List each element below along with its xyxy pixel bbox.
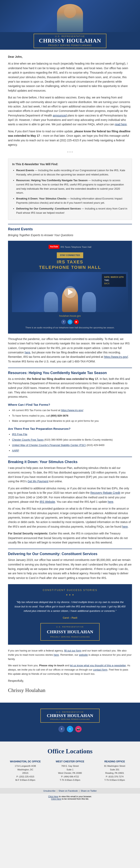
unsubscribe-link[interactable]: Unsubscribe (43, 789, 56, 792)
constituent-intro: Since January 2019, our office has saved… (8, 558, 132, 580)
office-dc-phone: P: (202) 225-4315 (4, 775, 46, 779)
faq-link[interactable]: read here (115, 123, 127, 126)
townhall-website[interactable]: houlahan.house.gov (12, 314, 128, 318)
person-1 (44, 292, 58, 312)
want-to-hear: We want to hear from you. Please stay in… (8, 663, 132, 676)
townhall-date: DATE: MARCH 12TH (104, 276, 124, 279)
office-wc-addr1: 769 E. Gay Street (48, 764, 91, 768)
find-forms-item-3: Make arrangements with your local librar… (12, 419, 132, 423)
stimulus-p3: As of now, the IRS has not provided guid… (8, 506, 132, 529)
office-dc-addr2: Washington, DC (4, 768, 46, 772)
enewsletter-list: Recent Events — Including the audio reco… (12, 168, 128, 215)
health-link[interactable]: announced (53, 114, 67, 117)
office-reading-addr1: 81 Washington Street (94, 764, 136, 768)
free-prep-item-4: AARP (12, 448, 132, 453)
aarp-link[interactable]: AARP (12, 449, 19, 452)
offices-section: Office Locations WASHINGTON, DC OFFICE 1… (0, 742, 140, 788)
paragraph-1: At a time when we are balancing so much … (8, 61, 132, 93)
irs-gov-link[interactable]: https://www.irs.gov/ (61, 409, 83, 412)
irs-free-file-link[interactable]: IRS Free File (12, 433, 27, 436)
townhall-twitter-icon[interactable]: t (68, 319, 72, 324)
office-reading-phone: P: (610) 376-7274 (94, 775, 136, 779)
instagram-icon[interactable]: 📷 (75, 726, 81, 732)
resources-title: Resources: Helping You Confidently Navig… (8, 370, 132, 376)
enewsletter-item-3: Breaking it Down: Your Stimulus Checks —… (16, 197, 128, 205)
main-content: Dear John, At a time when we are balanci… (0, 50, 140, 703)
remove-from-list-text: to be removed from this list. (62, 798, 89, 800)
footer-main-rep-badge: U.S. REPRESENTATIVE CHRISSY HOULAHAN PRO… (40, 709, 100, 723)
townhall-youtube-icon[interactable]: ▶ (74, 319, 79, 324)
office-wc-name: WEST CHESTER OFFICE (48, 760, 91, 764)
townhall-box: YouTube IRS Taxes Telephone Town Hall ST… (8, 241, 132, 334)
contact-form-link[interactable]: contact form (93, 668, 107, 671)
townhall-social-icons: f t ▶ (12, 319, 128, 324)
facebook-icon[interactable]: f (59, 726, 65, 732)
share-twitter-link[interactable]: Share on Twitter (81, 789, 97, 792)
play-triangle-icon (68, 289, 73, 295)
free-prep-item-2: Chester County Free Taxes (610) 380-9099… (12, 438, 132, 442)
united-way-link[interactable]: United Way of Chester County's Financial… (12, 444, 86, 446)
signature-name: Chrissy Houlahan (8, 686, 132, 694)
fill-out-form-link[interactable]: fill out our form (64, 649, 81, 652)
footer-main-us-rep: U.S. REPRESENTATIVE (47, 711, 93, 713)
constituent-title: Delivering for Our Community: Constituen… (8, 551, 132, 557)
paragraph-3: Now, if you don't have time to read our … (8, 129, 132, 147)
play-button[interactable] (64, 286, 76, 298)
enewsletter-item-4-bold: Delivering for Our Community: Constituen… (16, 207, 81, 210)
townhall-image-area[interactable]: DATE: MARCH 12TH TIME: BACK (12, 272, 128, 312)
offices-title: Office Locations (4, 747, 136, 755)
youtube-badge: YouTube (48, 245, 59, 249)
header-image (0, 0, 140, 32)
irs-forms-link[interactable]: https://www.irs.gov/ (104, 355, 128, 359)
townhall-text: Throughout the pandemic, our office has … (8, 337, 132, 364)
website-link[interactable]: website (79, 653, 88, 656)
get-my-payment-link[interactable]: Get My Payment (28, 480, 48, 483)
office-dc-name: WASHINGTON, DC OFFICE (4, 760, 46, 764)
office-reading-hours: T-Th 9:00am-5:00pm (94, 778, 136, 782)
resources-divider (8, 368, 132, 368)
success-attribution: Carol – Paoli (14, 616, 126, 620)
office-wc-addr3: West Chester, PA 19380 (48, 771, 91, 775)
recovery-rebate-link[interactable]: Recovery Rebate Credit (91, 491, 120, 494)
enewsletter-item-1-bold: Recent Events (16, 169, 34, 172)
name-badge: U.S. REPRESENTATIVE CHRISSY HOULAHAN PRO… (0, 32, 140, 50)
recent-events-title: Recent Events (8, 226, 132, 232)
view-in-browser-link[interactable]: Click Here (48, 795, 59, 798)
stimulus-divider (8, 457, 132, 457)
success-box-subtitle: ★ ★ ★ (14, 593, 126, 597)
enewsletter-item-2: Resources: Helping You Confidently Navig… (16, 178, 128, 195)
chester-county-free-taxes-link[interactable]: Chester County Free Taxes (12, 438, 44, 441)
town-hall-recording-link[interactable]: here (25, 351, 30, 354)
closing-label: Respectfully, (8, 679, 132, 683)
twitter-icon[interactable]: t (67, 726, 73, 732)
success-box-title: CONSTITUENT SUCCESS STORIES (14, 588, 126, 592)
offices-grid: WASHINGTON, DC OFFICE 1714 Longworth HOB… (4, 760, 136, 782)
stimulus-p2: If you are entitled to additional stimul… (8, 486, 132, 504)
free-prep-item-1: IRS Free File (12, 432, 132, 437)
office-reading-addr3: Reading, PA 19601 (94, 771, 136, 775)
office-wc-phone: P: (484) 696-4722 (48, 775, 91, 779)
share-facebook-link[interactable]: Share on Facebook (59, 789, 78, 792)
rep-subtitle: PROUDLY SERVING PENNSYLVANIANS (39, 44, 101, 46)
bottom-links: Click Here to view this email in your br… (0, 794, 140, 802)
remove-from-list-link[interactable]: Click Here (51, 798, 61, 800)
irs-april-link[interactable]: here (108, 500, 113, 503)
rep-name: CHRISSY HOULAHAN (39, 37, 101, 44)
success-stories-link[interactable]: here (54, 653, 59, 656)
find-forms-item-2: To have forms mailed to you, call (800) … (12, 414, 132, 418)
social-row: f t 📷 (4, 726, 136, 732)
footer-main-serving: PROUDLY SERVING PENNSYLVANIANS (47, 718, 93, 720)
office-dc-addr3: 20515 (4, 771, 46, 775)
signature-area: Chrissy Houlahan (8, 686, 132, 694)
enewsletter-feedback-link[interactable]: let us know what you thought of this e-n… (70, 664, 126, 667)
townhall-facebook-icon[interactable]: f (61, 319, 66, 324)
recent-events-subtitle: Bringing Together Experts to Answer Your… (8, 233, 132, 237)
salutation: Dear John, (8, 55, 132, 59)
resources-intro: As a reminder, the federal tax filing de… (8, 377, 132, 399)
enewsletter-box: In This E-Newsletter You Will Find: Rece… (8, 159, 132, 220)
office-reading-addr2: Suite 201 (94, 768, 136, 772)
enewsletter-title: In This E-Newsletter You Will Find: (12, 162, 128, 166)
irs-status-link[interactable]: here (122, 525, 128, 528)
rep-sig-area: U.S. REPRESENTATIVE CHRISSY HOULAHAN PRO… (14, 623, 126, 641)
irs-website-link[interactable]: IRS Website (40, 500, 55, 503)
